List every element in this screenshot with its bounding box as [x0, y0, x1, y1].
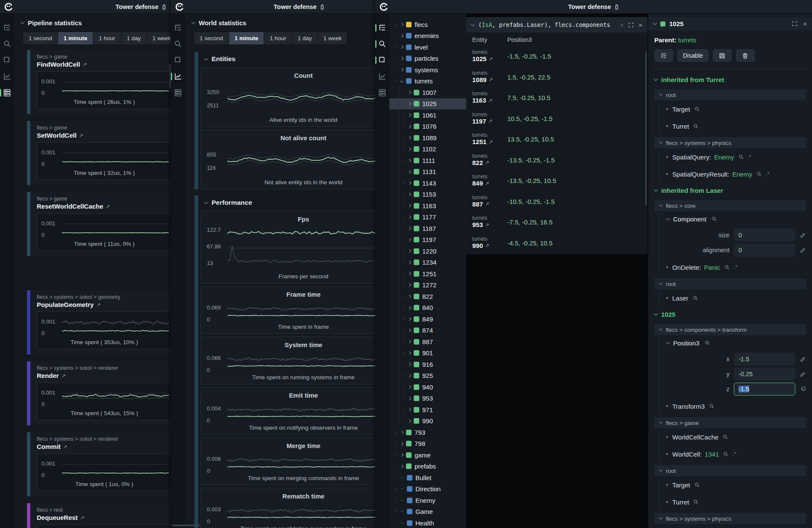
tree-chevron-icon[interactable] [408, 295, 411, 298]
tree-item[interactable]: Direction [389, 484, 466, 495]
external-link-icon[interactable]: ↗ [96, 302, 100, 308]
query-input[interactable]: (IsA, prefabs.Laser), flecs.components [478, 21, 610, 28]
external-link-icon[interactable]: ↗ [106, 204, 110, 209]
tree-item[interactable]: 1102 [389, 144, 466, 155]
scope-game-header[interactable]: flecs > game [654, 417, 806, 428]
save-button[interactable] [713, 49, 732, 62]
chevron-down-icon[interactable] [471, 22, 475, 26]
sidebar-item-statistics[interactable] [171, 88, 185, 98]
query-magnifier-icon[interactable] [692, 295, 698, 301]
sidebar-item-tree[interactable] [375, 23, 389, 33]
entity-id-link[interactable]: 990 [472, 242, 483, 249]
tree-chevron-icon[interactable] [408, 374, 411, 378]
tree-chevron-icon[interactable] [400, 511, 404, 512]
external-link-icon[interactable]: ↗ [485, 159, 489, 165]
tree-item[interactable]: 925 [389, 370, 466, 382]
tree-item[interactable]: 822 [389, 291, 466, 302]
tree-chevron-icon[interactable] [408, 91, 411, 94]
edit-pencil-icon[interactable] [800, 232, 806, 239]
edit-pencil-icon[interactable] [800, 247, 806, 254]
tree-chevron-icon[interactable] [400, 489, 404, 489]
query-magnifier-icon[interactable] [704, 340, 710, 346]
external-link-icon[interactable]: ↗ [82, 62, 87, 68]
tree-item[interactable]: level [389, 41, 466, 53]
undo-icon[interactable] [800, 386, 806, 392]
component-expandable[interactable]: Component [666, 211, 806, 227]
clear-query-icon[interactable]: × [620, 21, 624, 29]
tree-item[interactable]: flecs [389, 19, 466, 30]
inherited-laser-header[interactable]: inherited from Laser [654, 183, 806, 198]
tree-chevron-icon[interactable] [400, 34, 403, 38]
entity-id-link[interactable]: 1197 [472, 118, 486, 125]
sidebar-item-search[interactable] [375, 39, 389, 49]
time-range-tab[interactable]: 1 hour [264, 32, 291, 44]
scope-root-header[interactable]: root [654, 465, 806, 476]
z-input-active[interactable]: -1.5 [734, 383, 795, 395]
time-range-tab[interactable]: 1 hour [93, 32, 121, 44]
tree-chevron-icon[interactable] [408, 238, 411, 242]
tree-item[interactable]: Health [389, 517, 466, 528]
external-link-icon[interactable]: ↗ [485, 180, 489, 186]
tree-chevron-icon[interactable] [400, 431, 403, 434]
query-magnifier-icon[interactable] [694, 482, 700, 488]
tree-chevron-icon[interactable] [408, 363, 411, 366]
tree-item[interactable]: game [389, 449, 466, 461]
entity-id-link[interactable]: 1163 [472, 97, 486, 104]
tree-chevron-icon[interactable] [408, 113, 411, 117]
chevron-down-icon[interactable] [653, 21, 657, 25]
sidebar-item-inspect[interactable] [0, 56, 14, 65]
query-magnifier-icon[interactable] [722, 434, 728, 440]
tree-item[interactable]: 901 [389, 348, 466, 359]
tree-item[interactable]: 1111 [389, 155, 466, 166]
tree-chevron-icon[interactable] [408, 317, 411, 321]
horizontal-scrollbar-thumb[interactable] [172, 525, 200, 526]
tree-item[interactable]: 990 [389, 416, 466, 427]
tree-chevron-icon[interactable] [400, 500, 404, 501]
pair-target-link[interactable]: Enemy [714, 153, 734, 161]
query-result-row[interactable]: turrets 1163 ↗ 7.5, -0.25, 10.5 [466, 88, 647, 109]
tree-chevron-icon[interactable] [400, 523, 404, 523]
query-result-row[interactable]: turrets 1251 ↗ 13.5, -0.25, 10.5 [466, 130, 647, 151]
scope-core-header[interactable]: flecs > core [654, 200, 806, 211]
tree-chevron-icon[interactable] [408, 249, 411, 253]
query-result-row[interactable]: turrets 887 ↗ -10.5, -0.25, -1.5 [466, 192, 647, 213]
tree-item[interactable]: turrets [389, 76, 466, 87]
tree-item[interactable]: systems [389, 64, 466, 76]
delete-button[interactable] [736, 49, 755, 62]
edit-pencil-icon[interactable] [800, 356, 806, 363]
tree-item[interactable]: 1143 [389, 177, 466, 189]
external-link-icon[interactable]: ↗ [488, 139, 493, 145]
alignment-input[interactable]: 0 [734, 244, 795, 257]
tree-chevron-icon[interactable] [408, 351, 411, 355]
query-magnifier-icon[interactable] [709, 403, 715, 409]
tree-item[interactable]: 840 [389, 302, 466, 314]
game-canvas[interactable] [466, 254, 647, 528]
scrollbar-thumb[interactable] [645, 51, 647, 205]
tree-item[interactable]: 887 [389, 336, 466, 348]
time-range-tab[interactable]: 1 week [318, 32, 347, 44]
time-range-tab[interactable]: 1 minute [229, 32, 264, 44]
tree-chevron-icon[interactable] [408, 170, 411, 174]
tree-chevron-icon[interactable] [400, 478, 404, 478]
tree-chevron-icon[interactable] [408, 204, 411, 207]
expand-icon[interactable] [628, 22, 634, 28]
tree-chevron-icon[interactable] [408, 419, 411, 423]
tree-chevron-icon[interactable] [408, 193, 411, 196]
sidebar-item-charts[interactable] [0, 72, 14, 82]
entity-id-link[interactable]: 822 [472, 159, 483, 166]
external-link-icon[interactable]: ↗ [488, 77, 493, 83]
tree-item[interactable]: 1089 [389, 132, 466, 144]
scope-root-header[interactable]: root [654, 278, 806, 289]
external-link-icon[interactable]: ↗ [485, 242, 489, 248]
query-magnifier-icon[interactable] [694, 106, 700, 112]
external-link-icon[interactable]: ↗ [485, 201, 489, 207]
tree-item[interactable]: 798 [389, 438, 466, 450]
tree-item[interactable]: prefabs [389, 461, 466, 472]
sidebar-item-tree[interactable] [171, 23, 185, 33]
tree-item[interactable]: enemies [389, 30, 466, 42]
pair-target-link[interactable]: 1341 [705, 451, 719, 458]
tree-chevron-icon[interactable] [408, 181, 411, 185]
tree-chevron-icon[interactable] [408, 340, 411, 343]
tree-item[interactable]: 1061 [389, 109, 466, 121]
time-range-tab[interactable]: 1 second [23, 32, 58, 44]
